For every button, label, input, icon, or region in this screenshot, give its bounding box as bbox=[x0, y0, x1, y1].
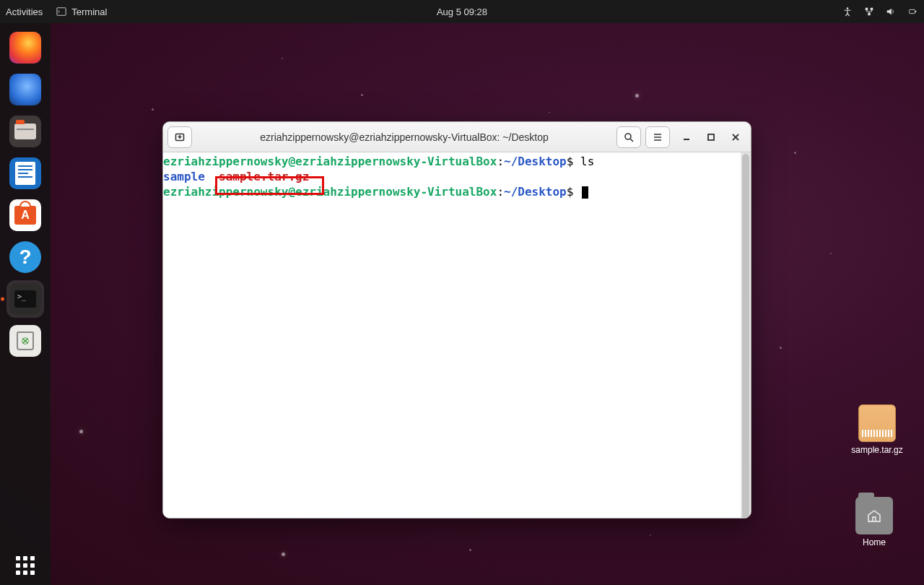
scrollbar-thumb[interactable] bbox=[742, 154, 749, 519]
apps-grid-icon bbox=[16, 556, 35, 575]
menu-button[interactable] bbox=[645, 126, 670, 148]
prompt-path: ~/Desktop bbox=[504, 155, 567, 168]
prompt-user: ezriahzippernowsky@ezriahzippernowsky-Vi… bbox=[163, 185, 497, 199]
svg-point-8 bbox=[625, 134, 631, 139]
power-icon[interactable] bbox=[907, 6, 918, 17]
search-icon bbox=[623, 131, 635, 143]
svg-rect-4 bbox=[868, 13, 871, 16]
prompt-dollar: $ bbox=[567, 155, 574, 168]
dock-item-help[interactable]: ? bbox=[6, 238, 44, 276]
command-text: ls bbox=[580, 155, 594, 168]
prompt-sep: : bbox=[497, 185, 504, 199]
svg-rect-2 bbox=[866, 8, 868, 11]
svg-rect-3 bbox=[871, 8, 873, 11]
terminal-output[interactable]: ezriahzippernowsky@ezriahzippernowsky-Vi… bbox=[163, 152, 751, 518]
desktop-icon-home[interactable]: Home bbox=[842, 497, 907, 547]
hamburger-icon bbox=[652, 131, 663, 143]
topbar-app-menu[interactable]: Terminal bbox=[56, 6, 107, 17]
close-icon bbox=[731, 133, 740, 142]
minimize-icon bbox=[682, 133, 691, 142]
clock[interactable]: Aug 5 09:28 bbox=[437, 6, 487, 17]
new-tab-icon bbox=[174, 131, 186, 143]
window-title: ezriahzippernowsky@ezriahzippernowsky-Vi… bbox=[196, 131, 612, 143]
close-button[interactable] bbox=[729, 131, 742, 144]
network-icon[interactable] bbox=[863, 6, 875, 17]
dock-item-firefox[interactable] bbox=[6, 29, 44, 66]
svg-rect-5 bbox=[910, 9, 915, 13]
terminal-app-icon: >_ bbox=[14, 290, 36, 308]
new-tab-button[interactable] bbox=[167, 126, 192, 148]
desktop-icon-label: sample.tar.gz bbox=[851, 445, 902, 455]
search-button[interactable] bbox=[616, 126, 641, 148]
ls-entry-dir: sample bbox=[163, 170, 205, 183]
desktop-icon-label: Home bbox=[863, 537, 886, 547]
topbar-app-label: Terminal bbox=[71, 6, 107, 17]
prompt-sep: : bbox=[497, 155, 504, 168]
maximize-icon bbox=[707, 133, 715, 142]
dock-item-files[interactable] bbox=[6, 113, 44, 150]
dock-item-thunderbird[interactable] bbox=[6, 71, 44, 108]
svg-rect-6 bbox=[915, 11, 917, 12]
desktop-icon-archive[interactable]: sample.tar.gz bbox=[845, 404, 910, 455]
show-applications-button[interactable] bbox=[16, 556, 35, 575]
svg-rect-9 bbox=[708, 134, 714, 140]
prompt-dollar: $ bbox=[567, 185, 574, 199]
folder-icon bbox=[855, 497, 893, 534]
activities-button[interactable]: Activities bbox=[6, 6, 43, 17]
terminal-window: ezriahzippernowsky@ezriahzippernowsky-Vi… bbox=[162, 121, 751, 519]
window-titlebar[interactable]: ezriahzippernowsky@ezriahzippernowsky-Vi… bbox=[163, 122, 751, 152]
writer-icon bbox=[15, 162, 35, 185]
dock-panel: A ? >_ bbox=[0, 23, 51, 585]
minimize-button[interactable] bbox=[680, 131, 693, 144]
dock-item-writer[interactable] bbox=[6, 155, 44, 192]
dock-item-terminal[interactable]: >_ bbox=[6, 280, 44, 318]
volume-icon[interactable] bbox=[885, 6, 897, 17]
scrollbar[interactable] bbox=[741, 152, 751, 518]
text-cursor bbox=[582, 186, 588, 199]
dock-item-trash[interactable] bbox=[6, 322, 44, 360]
svg-point-1 bbox=[847, 7, 849, 9]
prompt-user: ezriahzippernowsky@ezriahzippernowsky-Vi… bbox=[163, 155, 497, 168]
files-icon bbox=[14, 124, 36, 139]
accessibility-icon[interactable] bbox=[842, 6, 853, 17]
terminal-icon bbox=[56, 6, 67, 17]
dock-item-software[interactable]: A bbox=[6, 196, 44, 234]
trash-icon bbox=[17, 332, 34, 350]
ls-entry-archive: sample.tar.gz bbox=[219, 170, 309, 183]
software-icon: A bbox=[14, 206, 36, 225]
maximize-button[interactable] bbox=[705, 131, 718, 144]
prompt-path: ~/Desktop bbox=[504, 185, 567, 199]
help-icon: ? bbox=[19, 246, 31, 269]
gnome-top-bar: Activities Terminal Aug 5 09:28 bbox=[0, 0, 924, 23]
archive-icon bbox=[858, 404, 896, 442]
svg-rect-0 bbox=[57, 8, 66, 16]
